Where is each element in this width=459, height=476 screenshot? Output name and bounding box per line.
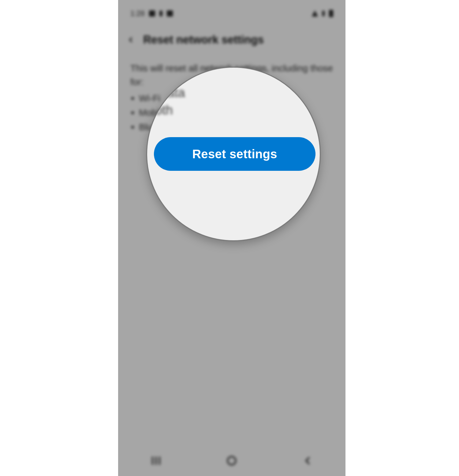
page-header: Reset network settings (118, 28, 345, 52)
notification-icon (149, 10, 155, 17)
status-right (312, 10, 333, 17)
signal-icon (322, 11, 325, 16)
svg-point-3 (228, 457, 236, 465)
wifi-icon (312, 10, 318, 17)
notification-icon (159, 10, 162, 17)
reset-settings-button[interactable]: Reset settings (154, 137, 315, 171)
status-left: 1:28 (130, 9, 173, 18)
magnifier-overlay: • Mobile data • Bluetooth Reset settings (146, 67, 321, 241)
home-button[interactable] (226, 455, 238, 467)
magnifier-content: • Mobile data • Bluetooth Reset settings (147, 68, 320, 240)
back-icon[interactable] (127, 36, 135, 44)
clock: 1:28 (130, 9, 145, 18)
status-bar: 1:28 (118, 7, 345, 20)
recents-button[interactable] (150, 455, 162, 467)
navigation-bar (118, 452, 345, 470)
back-button[interactable] (301, 455, 314, 467)
canvas: 1:28 Reset network settings This will re… (0, 0, 459, 476)
battery-icon (329, 10, 333, 17)
page-title: Reset network settings (143, 33, 264, 46)
notification-icon (167, 10, 173, 17)
